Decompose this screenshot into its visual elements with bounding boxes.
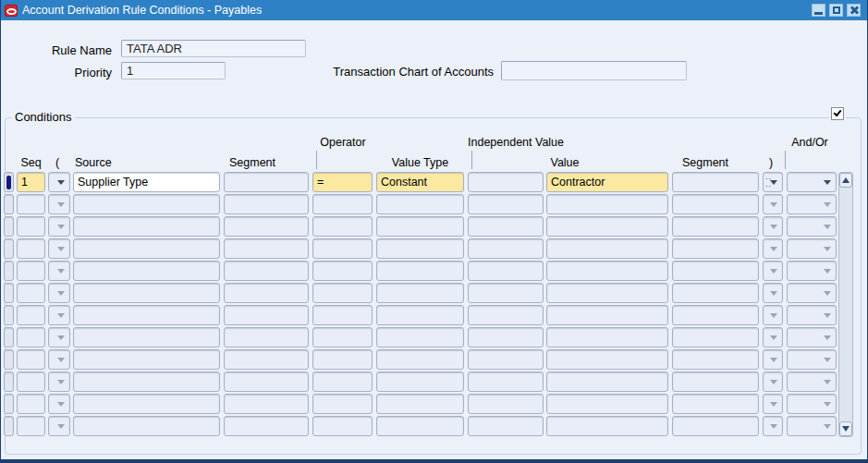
scroll-down-button[interactable] <box>839 421 852 436</box>
source-field[interactable] <box>73 261 220 281</box>
seq-field[interactable] <box>17 261 45 281</box>
andor-dropdown[interactable] <box>787 372 837 392</box>
independent-value-field[interactable] <box>468 194 544 214</box>
close-paren-dropdown[interactable] <box>763 327 783 347</box>
value-field[interactable] <box>546 416 668 436</box>
andor-dropdown[interactable] <box>787 194 837 214</box>
seq-field[interactable] <box>17 194 45 214</box>
source-field[interactable] <box>73 238 220 259</box>
seq-field[interactable] <box>17 216 45 237</box>
seq-field[interactable] <box>17 283 45 303</box>
value-type-field[interactable] <box>376 394 464 414</box>
andor-dropdown[interactable] <box>787 261 837 281</box>
source-field[interactable] <box>73 372 220 392</box>
segment-field[interactable] <box>224 172 309 192</box>
source-field[interactable] <box>73 394 220 414</box>
segment-field[interactable] <box>224 394 309 414</box>
open-paren-dropdown[interactable] <box>48 283 70 303</box>
record-indicator[interactable] <box>4 238 14 259</box>
segment2-field[interactable] <box>672 305 759 325</box>
operator-field[interactable] <box>312 283 373 303</box>
segment2-field[interactable] <box>672 283 759 303</box>
operator-field[interactable] <box>312 238 373 259</box>
open-paren-dropdown[interactable] <box>48 394 70 414</box>
segment-field[interactable] <box>224 283 309 303</box>
segment-field[interactable] <box>224 327 309 347</box>
seq-field[interactable] <box>17 327 45 347</box>
value-field[interactable] <box>546 305 668 325</box>
record-indicator[interactable] <box>4 416 14 436</box>
value-field[interactable] <box>546 372 668 392</box>
record-indicator[interactable] <box>4 327 14 347</box>
close-button[interactable] <box>847 4 861 17</box>
close-paren-dropdown[interactable] <box>763 216 783 237</box>
rule-name-field[interactable]: TATA ADR <box>121 40 306 57</box>
segment2-field[interactable] <box>672 327 759 347</box>
segment2-field[interactable] <box>672 349 759 370</box>
value-type-field[interactable] <box>376 261 464 281</box>
independent-value-field[interactable] <box>468 305 544 325</box>
value-field[interactable] <box>546 394 668 414</box>
source-field[interactable]: Supplier Type <box>73 172 220 192</box>
close-paren-dropdown[interactable] <box>763 394 783 414</box>
source-field[interactable] <box>73 305 220 325</box>
close-paren-dropdown[interactable] <box>763 349 783 370</box>
close-paren-dropdown[interactable] <box>763 305 783 325</box>
scroll-up-button[interactable] <box>839 173 852 188</box>
record-indicator[interactable] <box>4 305 14 325</box>
value-field[interactable]: Contractor <box>546 172 668 192</box>
operator-field[interactable]: = <box>312 172 373 192</box>
close-paren-dropdown[interactable] <box>763 172 783 192</box>
andor-dropdown[interactable] <box>787 216 837 237</box>
operator-field[interactable] <box>312 349 373 370</box>
independent-value-field[interactable] <box>468 216 544 237</box>
value-type-field[interactable]: Constant <box>376 172 464 192</box>
seq-field[interactable] <box>17 349 45 370</box>
open-paren-dropdown[interactable] <box>48 416 70 436</box>
segment-field[interactable] <box>224 261 309 281</box>
record-indicator[interactable] <box>4 394 14 414</box>
value-field[interactable] <box>546 194 668 214</box>
seq-field[interactable] <box>17 394 45 414</box>
source-field[interactable] <box>73 283 220 303</box>
open-paren-dropdown[interactable] <box>48 349 70 370</box>
source-field[interactable] <box>73 349 220 370</box>
segment2-field[interactable] <box>672 372 759 392</box>
open-paren-dropdown[interactable] <box>48 305 70 325</box>
segment-field[interactable] <box>224 416 309 436</box>
segment-field[interactable] <box>224 216 309 237</box>
value-type-field[interactable] <box>376 216 464 237</box>
segment2-field[interactable] <box>672 394 759 414</box>
open-paren-dropdown[interactable] <box>48 327 70 347</box>
value-type-field[interactable] <box>376 305 464 325</box>
priority-field[interactable]: 1 <box>121 62 226 79</box>
close-paren-dropdown[interactable] <box>763 261 783 281</box>
value-field[interactable] <box>546 261 668 281</box>
independent-value-field[interactable] <box>468 261 544 281</box>
andor-dropdown[interactable] <box>787 305 837 325</box>
independent-value-field[interactable] <box>468 172 544 192</box>
segment-field[interactable] <box>224 372 309 392</box>
operator-field[interactable] <box>312 416 373 436</box>
operator-field[interactable] <box>312 372 373 392</box>
minimize-button[interactable] <box>812 4 825 17</box>
segment2-field[interactable] <box>672 216 759 237</box>
operator-field[interactable] <box>312 261 373 281</box>
record-indicator[interactable] <box>4 261 14 281</box>
operator-field[interactable] <box>312 394 373 414</box>
value-field[interactable] <box>546 216 668 237</box>
value-type-field[interactable] <box>376 349 464 370</box>
title-bar[interactable]: Account Derivation Rule Conditions - Pay… <box>1 0 867 20</box>
operator-field[interactable] <box>312 216 373 237</box>
andor-dropdown[interactable] <box>787 416 837 436</box>
value-type-field[interactable] <box>376 416 464 436</box>
source-field[interactable] <box>73 216 220 237</box>
transaction-coa-field[interactable] <box>501 61 687 80</box>
record-indicator[interactable] <box>4 372 14 392</box>
seq-field[interactable] <box>17 416 45 436</box>
value-type-field[interactable] <box>376 194 464 214</box>
segment2-field[interactable] <box>672 261 759 281</box>
segment2-field[interactable] <box>672 172 759 192</box>
open-paren-dropdown[interactable] <box>48 238 70 259</box>
conditions-checkbox[interactable] <box>831 107 844 120</box>
